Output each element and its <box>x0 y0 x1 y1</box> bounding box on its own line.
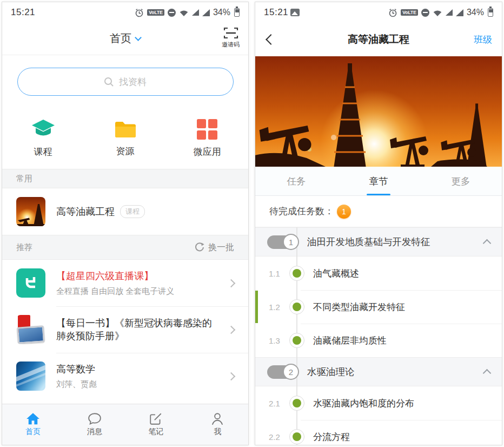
clock-text: 15:21 <box>264 7 288 18</box>
folder-icon <box>114 120 137 139</box>
signal-icon <box>446 9 453 16</box>
volte-badge: VoLTE <box>147 9 164 16</box>
shortcut-row: 课程 资源 微应用 <box>2 108 248 169</box>
chapter-row-1[interactable]: 1 油田开发地质基础与开发特征 <box>255 227 502 257</box>
chevron-up-icon <box>483 239 492 248</box>
section-frequent: 常用 <box>2 169 248 188</box>
chevron-down-icon <box>135 34 142 41</box>
do-not-disturb-icon <box>168 9 176 17</box>
shortcut-label: 课程 <box>34 146 52 158</box>
section-row-2-1[interactable]: 2.1 水驱油藏内饱和度的分布 <box>255 386 502 420</box>
section-number: 1.1 <box>269 269 289 278</box>
chapter-toggle[interactable]: 2 <box>267 365 299 379</box>
chaoxing-logo-icon <box>16 268 45 298</box>
pending-tasks-row[interactable]: 待完成任务数： 1 <box>255 196 502 227</box>
tab-tasks[interactable]: 任务 <box>255 167 337 195</box>
alarm-icon <box>135 8 144 17</box>
course-tabs: 任务 章节 更多 <box>255 167 502 196</box>
section-number: 2.1 <box>269 399 289 408</box>
volte-badge: VoLTE <box>401 9 418 16</box>
tab-notes[interactable]: 笔记 <box>125 412 187 437</box>
chevron-right-icon <box>227 325 236 334</box>
shortcut-resources[interactable]: 资源 <box>84 120 167 157</box>
course-page-title: 高等油藏工程 <box>255 32 502 47</box>
shortcut-label: 资源 <box>116 145 135 157</box>
tab-chapters[interactable]: 章节 <box>337 167 420 195</box>
home-screen: 15:21 VoLTE 34% 首页 <box>2 2 249 445</box>
tab-home[interactable]: 首页 <box>2 412 64 437</box>
signal-icon <box>192 9 199 16</box>
battery-percent: 34% <box>467 8 484 17</box>
section-recommend: 推荐 换一批 <box>2 235 248 260</box>
frequent-course-row[interactable]: 高等油藏工程 课程 <box>2 188 248 235</box>
recommend-title: 【每日一书】《新型冠状病毒感染的肺炎预防手册》 <box>56 317 218 343</box>
section-row-1-2[interactable]: 1.2 不同类型油藏开发特征 <box>255 290 502 324</box>
course-thumbnail <box>16 197 45 226</box>
section-header: 常用 <box>16 174 32 184</box>
pending-count-badge: 1 <box>337 205 351 219</box>
course-title: 高等油藏工程 <box>56 205 115 218</box>
chapter-number: 1 <box>283 234 299 250</box>
chapter-title: 水驱油理论 <box>307 365 355 378</box>
section-number: 1.3 <box>269 336 289 345</box>
class-button[interactable]: 班级 <box>474 34 492 46</box>
tab-more[interactable]: 更多 <box>420 167 502 195</box>
invite-code-button[interactable]: 邀请码 <box>222 27 240 49</box>
battery-icon <box>488 8 493 17</box>
recommend-item-live-course[interactable]: 【超星四六级直播课】 全程直播 自由回放 全套电子讲义 <box>2 260 248 306</box>
section-title: 不同类型油藏开发特征 <box>313 301 405 313</box>
battery-icon <box>234 8 240 17</box>
search-input[interactable]: 找资料 <box>17 68 234 96</box>
do-not-disturb-icon <box>421 9 429 17</box>
invite-code-label: 邀请码 <box>222 41 240 49</box>
tab-label: 章节 <box>369 175 388 188</box>
recommend-item-math-course[interactable]: 高等数学 刘萍、贾彪 <box>2 353 248 399</box>
tab-label: 任务 <box>287 175 306 188</box>
search-icon <box>104 77 114 87</box>
screenshot-notification-icon <box>290 9 300 16</box>
message-bubble-icon <box>88 412 102 425</box>
tab-label: 更多 <box>452 175 470 188</box>
recommend-title: 高等数学 <box>56 363 218 376</box>
tab-label: 消息 <box>87 427 102 437</box>
section-row-1-3[interactable]: 1.3 油藏储层非均质性 <box>255 324 502 357</box>
shortcut-courses[interactable]: 课程 <box>2 119 84 158</box>
tab-me[interactable]: 我 <box>187 412 248 437</box>
note-edit-icon <box>149 412 163 425</box>
recommend-subtitle: 刘萍、贾彪 <box>56 379 218 390</box>
section-header: 推荐 <box>16 242 32 253</box>
section-row-2-2[interactable]: 2.2 分流方程 <box>255 420 502 445</box>
section-row-1-1[interactable]: 1.1 油气藏概述 <box>255 257 502 290</box>
search-placeholder: 找资料 <box>119 76 147 88</box>
course-screen: 15:21 VoLTE 34% 高等油藏工程 班级 <box>255 2 502 445</box>
scan-code-icon <box>223 27 238 40</box>
refresh-batch-button[interactable]: 换一批 <box>195 242 234 253</box>
home-title-dropdown[interactable]: 首页 <box>2 23 248 55</box>
recommend-item-daily-book[interactable]: 【每日一书】《新型冠状病毒感染的肺炎预防手册》 <box>2 306 248 353</box>
status-dot-icon <box>289 429 304 444</box>
status-dot-icon <box>289 266 304 281</box>
status-dot-icon <box>289 333 304 348</box>
home-header: 首页 邀请码 <box>2 23 248 55</box>
chapter-row-2[interactable]: 2 水驱油理论 <box>255 357 502 386</box>
wifi-icon <box>433 9 442 17</box>
course-banner-image <box>255 56 502 167</box>
book-thumbnail <box>16 315 45 344</box>
chapter-title: 油田开发地质基础与开发特征 <box>307 235 430 248</box>
chapter-number: 2 <box>283 364 299 380</box>
section-title: 分流方程 <box>313 431 350 443</box>
tab-label: 笔记 <box>148 427 163 437</box>
tab-messages[interactable]: 消息 <box>64 412 125 437</box>
shortcut-microapps[interactable]: 微应用 <box>166 119 248 158</box>
home-icon <box>26 412 40 425</box>
chevron-right-icon <box>227 279 236 287</box>
course-type-badge: 课程 <box>120 205 145 218</box>
pending-tasks-label: 待完成任务数： <box>269 205 334 218</box>
status-bar: 15:21 VoLTE 34% <box>255 2 502 23</box>
tab-label: 首页 <box>25 427 41 437</box>
chapter-toggle[interactable]: 1 <box>267 235 299 249</box>
course-header: 高等油藏工程 班级 <box>255 23 502 56</box>
chapter-list: 1 油田开发地质基础与开发特征 1.1 油气藏概述 1.2 不同类型油藏开发特征… <box>255 227 502 445</box>
app-grid-icon <box>197 119 217 140</box>
section-number: 1.2 <box>269 303 289 312</box>
